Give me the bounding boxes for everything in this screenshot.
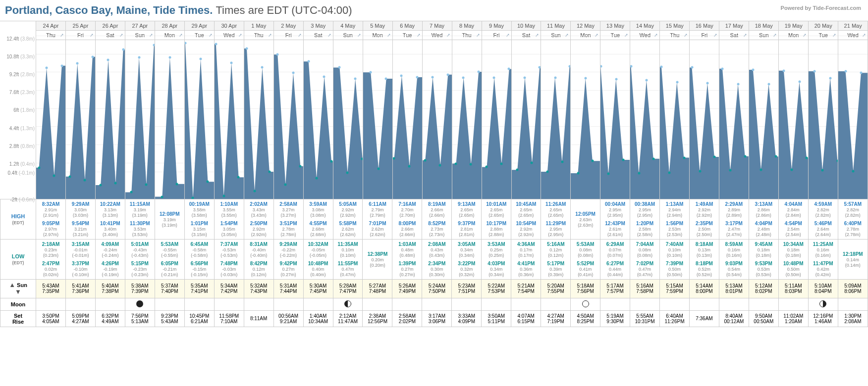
day-column[interactable]: 20 MayTue⤢ (808, 21, 838, 199)
low-tide-dot (455, 162, 457, 165)
moon-setrise-cell: 3:50PM4:05AM (36, 310, 66, 327)
day-column[interactable]: 25 AprFri⤢ (65, 21, 95, 199)
high-cell: 5:57AM2.82m(2.82m)6:40PM2.78m(2.78m) (838, 199, 868, 240)
day-column[interactable]: 15 MayThu⤢ (659, 21, 689, 199)
low-tide-dot (638, 172, 640, 175)
row-label: ▲ Sun▼ (0, 280, 36, 298)
moon-setrise-cell: 9:23PM5:43AM (155, 310, 184, 327)
low-tide-dot (268, 171, 271, 173)
day-column[interactable]: 19 MayMon⤢ (778, 21, 808, 199)
low-tide-dot (652, 157, 655, 160)
low-cell: 8:59AM0.16m(0.16m)9:03PM0.54m(0.54m) (719, 240, 749, 280)
day-column[interactable]: 5 MayMon⤢ (363, 21, 392, 199)
day-column[interactable]: 27 AprSun⤢ (125, 21, 155, 199)
tide-plot (600, 40, 630, 199)
moon-setrise-cell: 2:58AM2:02PM (392, 310, 422, 327)
high-tide-dot (737, 83, 739, 86)
high-tide-dot (508, 68, 510, 70)
day-date: 2 May (274, 21, 303, 31)
day-column[interactable]: 4 MaySun⤢ (333, 21, 363, 199)
sun-cell: 5:14AM8:00PM (689, 280, 719, 298)
day-column[interactable]: 28 AprMon⤢ (155, 21, 184, 199)
day-column[interactable]: 30 AprWed⤢ (214, 21, 244, 199)
day-column[interactable]: 1 MayThu⤢ (244, 21, 273, 199)
day-column[interactable]: 16 MayFri⤢ (689, 21, 719, 199)
low-tide-dot (284, 183, 287, 186)
low-cell: 12:38PM0.20m(0.20m) (363, 240, 392, 280)
low-tide-dot (821, 169, 824, 172)
sun-cell: 5:35AM7:41PM (184, 280, 214, 298)
sun-cell: 5:43AM7:35PM (36, 280, 66, 298)
high-cell: 11:15AM3.19m(3.19m)11:30PM3.53m(3.53m) (125, 199, 155, 240)
low-cell: 11:25AM0.16m(0.16m)11:47PM0.42m(0.42m) (808, 240, 838, 280)
low-tide-dot (713, 156, 716, 158)
high-tide-dot (462, 76, 465, 79)
low-tide-dot (207, 181, 209, 183)
day-column[interactable]: 8 MayThu⤢ (452, 21, 482, 199)
day-column[interactable]: 3 MaySat⤢ (303, 21, 333, 199)
low-cell: 7:04AM0.08m(0.08m)7:02PM0.47m(0.47m) (630, 240, 660, 280)
low-cell: 2:18AM0.23m(0.23m)2:47PM0.02m(0.02m) (36, 240, 66, 280)
moon-phase-cell (660, 298, 690, 310)
high-tide-dot (630, 65, 632, 68)
sun-cell: 5:32AM7:43PM (244, 280, 273, 298)
low-cell: 3:53AM0.25m(0.25m)4:03PM0.34m(0.34m) (482, 240, 511, 280)
low-tide-dot (346, 171, 349, 174)
low-cell: 8:31AM-0.40m(-0.40m)8:42PM0.12m(0.12m) (244, 240, 273, 280)
low-cell: 4:09AM-0.24m(-0.24m)4:26PM-0.19m(-0.19m) (95, 240, 125, 280)
low-tide-dot (424, 159, 426, 161)
moon-phase-cell (363, 298, 392, 310)
sun-cell: 5:15AM7:59PM (660, 280, 690, 298)
day-column[interactable]: 11 MaySun⤢ (541, 21, 570, 199)
low-tide-dot (114, 182, 117, 185)
low-cell: 2:08AM0.43m(0.43m)2:34PM0.30m(0.30m) (422, 240, 452, 280)
high-tide-dot (91, 55, 94, 58)
low-tide-dot (470, 163, 472, 166)
moon-setrise-cell: 5:55AM10:31PM (630, 310, 660, 327)
low-tide-dot (775, 155, 777, 158)
day-column[interactable]: 14 MayWed⤢ (630, 21, 659, 199)
low-tide-dot (683, 156, 685, 159)
day-column[interactable]: 9 MayFri⤢ (482, 21, 511, 199)
low-cell: 5:16AM0.12m(0.12m)5:17PM0.39m(0.39m) (541, 240, 571, 280)
low-tide-dot (377, 168, 380, 170)
day-column[interactable]: 26 AprSat⤢ (95, 21, 125, 199)
moon-setrise-cell: 1:40AM10:34AM (303, 310, 333, 327)
day-date: 6 May (393, 21, 422, 31)
high-tide-dot (860, 72, 863, 74)
sun-cell: 5:11AM8:03PM (778, 280, 808, 298)
high-tide-dot (416, 76, 418, 79)
moon-setrise-cell: 10:45PM6:21AM (184, 310, 214, 327)
day-column[interactable]: 2 MayFri⤢ (273, 21, 303, 199)
y-tick: 6ft (1.8m) (13, 107, 35, 113)
moon-phase-cell (571, 298, 600, 310)
high-tide-dot (814, 70, 816, 73)
high-tide-dot (215, 43, 217, 46)
high-tide-dot (477, 70, 480, 73)
tide-plot (393, 40, 422, 199)
low-tide-dot (791, 168, 793, 171)
y-tick: 9.2ft (2.8m) (9, 72, 35, 77)
row-label: HIGH(EDT) (0, 199, 36, 240)
day-column[interactable]: 7 MayWed⤢ (422, 21, 452, 199)
moon-setrise-cell: 00:56AM9:21AM (273, 310, 303, 327)
low-cell: 6:45AM-0.58m(-0.58m)6:56PM-0.15m(-0.15m) (184, 240, 214, 280)
high-tide-dot (646, 79, 648, 82)
day-column[interactable]: 12 MayMon⤢ (570, 21, 600, 199)
y-tick: 10.8ft (3.3m) (6, 54, 35, 59)
day-column[interactable]: 13 MayTue⤢ (600, 21, 630, 199)
moon-phase-cell (689, 298, 719, 310)
low-tide-dot (253, 190, 256, 193)
day-column[interactable]: 18 MaySun⤢ (749, 21, 778, 199)
day-column[interactable]: 29 AprTue⤢ (184, 21, 214, 199)
low-tide-dot (145, 184, 148, 186)
high-cell: 5:05AM2.92m(2.92m)5:58PM2.62m(2.62m) (333, 199, 363, 240)
day-column[interactable]: 21 MayWed⤢ (838, 21, 868, 199)
day-column[interactable]: 24 AprThu⤢ (36, 21, 65, 199)
high-cell: 11:26AM2.65m(2.65m)11:29PM2.95m(2.95m) (541, 199, 571, 240)
tide-plot (155, 40, 184, 199)
day-date: 18 May (749, 21, 778, 31)
day-column[interactable]: 17 MaySat⤢ (719, 21, 749, 199)
day-column[interactable]: 10 MaySat⤢ (511, 21, 541, 199)
day-column[interactable]: 6 MayTue⤢ (392, 21, 422, 199)
